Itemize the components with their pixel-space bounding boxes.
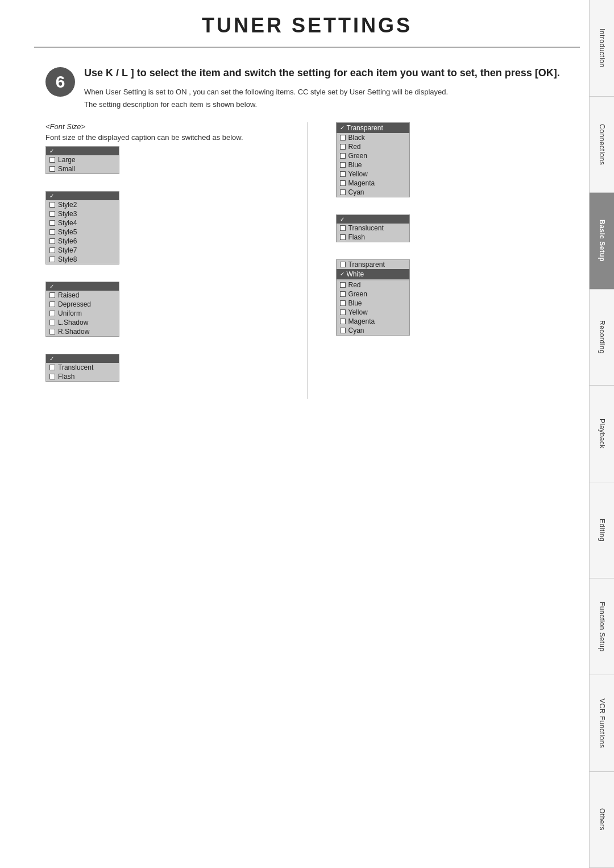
checkbox <box>340 262 346 267</box>
checkbox <box>49 320 55 325</box>
dropdown-area: <Font Size> Font size of the displayed c… <box>45 122 569 399</box>
checkbox <box>49 374 55 379</box>
bg-white-selected[interactable]: White <box>337 269 409 279</box>
checkbox <box>340 282 346 288</box>
char-color-green[interactable]: Green <box>337 151 409 160</box>
char-color-yellow[interactable]: Yellow <box>337 170 409 179</box>
checkbox <box>340 234 346 240</box>
checkbox <box>340 291 346 297</box>
translucent-left[interactable]: Translucent <box>46 363 119 372</box>
style5[interactable]: Style5 <box>46 228 119 237</box>
char-color-blue[interactable]: Blue <box>337 160 409 170</box>
page-title: TUNER SETTINGS <box>34 0 580 48</box>
checkbox <box>49 247 55 253</box>
char-color-magenta[interactable]: Magenta <box>337 179 409 188</box>
sub-text-1: When User Setting is set to ON , you can… <box>84 86 560 98</box>
style-menu[interactable]: Style2 Style3 Style4 Style5 Style6 Style… <box>45 191 119 264</box>
edge-menu[interactable]: Raised Depressed Uniform L.Shadow R.Shad… <box>45 282 119 337</box>
char-opacity-menu[interactable]: Translucent Flash <box>336 214 410 242</box>
tab-playback[interactable]: Playback <box>590 386 614 482</box>
checkbox <box>49 301 55 307</box>
style2[interactable]: Style2 <box>46 200 119 209</box>
checkbox <box>49 238 55 244</box>
checkbox <box>49 311 55 316</box>
bg-opacity-left-menu[interactable]: Translucent Flash <box>45 354 119 382</box>
checkbox <box>49 220 55 226</box>
font-size-label: <Font Size> <box>45 122 279 131</box>
font-size-small[interactable]: Small <box>46 164 119 173</box>
style7[interactable]: Style7 <box>46 246 119 255</box>
checkbox <box>340 162 346 168</box>
right-column: Transparent Black Red Green Blue Yellow … <box>336 122 569 399</box>
step-section: 6 Use K / L ] to select the item and swi… <box>45 65 569 111</box>
step-text: Use K / L ] to select the item and switc… <box>84 65 560 111</box>
raised[interactable]: Raised <box>46 291 119 300</box>
uniform[interactable]: Uniform <box>46 309 119 318</box>
checkbox <box>49 365 55 370</box>
checkbox <box>340 189 346 195</box>
main-content: 6 Use K / L ] to select the item and swi… <box>34 48 580 416</box>
bg-green[interactable]: Green <box>337 290 409 299</box>
font-size-menu[interactable]: Large Small <box>45 146 119 174</box>
char-color-menu[interactable]: Transparent Black Red Green Blue Yellow … <box>336 122 410 197</box>
char-color-selected[interactable]: Transparent <box>337 123 409 133</box>
checkbox <box>49 202 55 208</box>
tab-recording[interactable]: Recording <box>590 290 614 386</box>
checkbox <box>49 157 55 163</box>
lshadow[interactable]: L.Shadow <box>46 318 119 327</box>
font-size-desc: Font size of the displayed caption can b… <box>45 133 279 142</box>
style-selected[interactable] <box>46 192 119 200</box>
font-size-selected[interactable] <box>46 147 119 155</box>
style8[interactable]: Style8 <box>46 255 119 264</box>
char-color-cyan[interactable]: Cyan <box>337 188 409 197</box>
checkbox <box>340 319 346 324</box>
checkbox <box>340 225 346 231</box>
translucent-char[interactable]: Translucent <box>337 224 409 233</box>
char-color-black[interactable]: Black <box>337 133 409 142</box>
tab-basic-setup[interactable]: Basic Setup <box>590 193 614 290</box>
step-number: 6 <box>45 67 75 97</box>
tab-editing[interactable]: Editing <box>590 482 614 579</box>
sidebar-tabs: Introduction Connections Basic Setup Rec… <box>589 0 614 868</box>
checkbox <box>49 211 55 217</box>
tab-connections[interactable]: Connections <box>590 97 614 193</box>
flash-left[interactable]: Flash <box>46 372 119 381</box>
bg-transparent[interactable]: Transparent <box>337 260 409 269</box>
checkbox <box>340 180 346 186</box>
checkbox <box>340 300 346 306</box>
bg-blue[interactable]: Blue <box>337 299 409 308</box>
bg-red[interactable]: Red <box>337 280 409 290</box>
depressed[interactable]: Depressed <box>46 300 119 309</box>
checkbox <box>340 135 346 140</box>
checkbox <box>49 166 55 172</box>
tab-others[interactable]: Others <box>590 772 614 869</box>
tab-introduction[interactable]: Introduction <box>590 0 614 97</box>
main-instruction: Use K / L ] to select the item and switc… <box>84 65 560 81</box>
char-opacity-selected[interactable] <box>337 215 409 224</box>
bg-magenta[interactable]: Magenta <box>337 317 409 326</box>
char-color-red[interactable]: Red <box>337 142 409 151</box>
column-divider <box>307 122 308 399</box>
style3[interactable]: Style3 <box>46 209 119 218</box>
style6[interactable]: Style6 <box>46 237 119 246</box>
checkbox <box>340 328 346 333</box>
tab-function-setup[interactable]: Function Setup <box>590 578 614 675</box>
style4[interactable]: Style4 <box>46 218 119 228</box>
tab-vcr-functions[interactable]: VCR Functions <box>590 675 614 772</box>
bg-color-menu[interactable]: Transparent White Red Green Blue Yellow … <box>336 259 410 336</box>
checkbox <box>340 144 346 150</box>
font-size-large[interactable]: Large <box>46 155 119 164</box>
checkbox <box>340 309 346 315</box>
rshadow[interactable]: R.Shadow <box>46 327 119 336</box>
checkbox <box>340 153 346 159</box>
checkbox <box>49 257 55 262</box>
bg-yellow[interactable]: Yellow <box>337 308 409 317</box>
bg-opacity-left-selected[interactable] <box>46 354 119 363</box>
checkbox <box>49 329 55 334</box>
checkbox <box>49 229 55 235</box>
checkbox <box>49 292 55 298</box>
bg-cyan[interactable]: Cyan <box>337 326 409 335</box>
sub-text-2: The setting description for each item is… <box>84 98 560 111</box>
edge-selected[interactable] <box>46 282 119 291</box>
flash-char[interactable]: Flash <box>337 233 409 242</box>
